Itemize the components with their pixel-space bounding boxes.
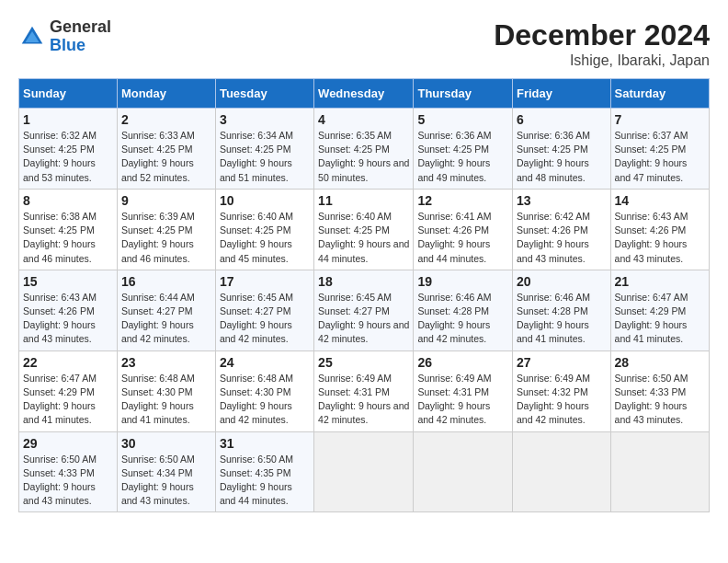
day-info: Sunrise: 6:50 AM Sunset: 4:35 PM Dayligh… bbox=[220, 453, 310, 509]
table-row: 14 Sunrise: 6:43 AM Sunset: 4:26 PM Dayl… bbox=[610, 189, 709, 270]
table-row: 4 Sunrise: 6:35 AM Sunset: 4:25 PM Dayli… bbox=[314, 109, 414, 190]
day-info: Sunrise: 6:50 AM Sunset: 4:33 PM Dayligh… bbox=[615, 372, 705, 428]
day-info: Sunrise: 6:33 AM Sunset: 4:25 PM Dayligh… bbox=[121, 129, 211, 185]
day-number: 16 bbox=[121, 274, 211, 289]
day-info: Sunrise: 6:42 AM Sunset: 4:26 PM Dayligh… bbox=[517, 210, 607, 266]
day-number: 31 bbox=[220, 436, 310, 451]
day-info: Sunrise: 6:50 AM Sunset: 4:34 PM Dayligh… bbox=[121, 453, 211, 509]
day-info: Sunrise: 6:49 AM Sunset: 4:32 PM Dayligh… bbox=[517, 372, 607, 428]
day-number: 14 bbox=[615, 193, 705, 208]
calendar-week-row: 22 Sunrise: 6:47 AM Sunset: 4:29 PM Dayl… bbox=[19, 350, 710, 431]
day-number: 21 bbox=[615, 274, 705, 289]
day-info: Sunrise: 6:36 AM Sunset: 4:25 PM Dayligh… bbox=[517, 129, 607, 185]
page-header: General Blue December 2024 Ishige, Ibara… bbox=[18, 18, 710, 69]
header-wednesday: Wednesday bbox=[314, 79, 414, 109]
table-row: 21 Sunrise: 6:47 AM Sunset: 4:29 PM Dayl… bbox=[610, 270, 709, 350]
table-row: 5 Sunrise: 6:36 AM Sunset: 4:25 PM Dayli… bbox=[414, 109, 513, 190]
day-number: 29 bbox=[23, 436, 113, 451]
table-row: 6 Sunrise: 6:36 AM Sunset: 4:25 PM Dayli… bbox=[513, 109, 611, 190]
calendar-header-row: Sunday Monday Tuesday Wednesday Thursday… bbox=[19, 79, 710, 109]
day-info: Sunrise: 6:34 AM Sunset: 4:25 PM Dayligh… bbox=[220, 129, 310, 185]
table-row: 16 Sunrise: 6:44 AM Sunset: 4:27 PM Dayl… bbox=[117, 270, 215, 350]
table-row: 2 Sunrise: 6:33 AM Sunset: 4:25 PM Dayli… bbox=[117, 109, 215, 190]
day-info: Sunrise: 6:45 AM Sunset: 4:27 PM Dayligh… bbox=[318, 291, 409, 347]
table-row: 10 Sunrise: 6:40 AM Sunset: 4:25 PM Dayl… bbox=[215, 189, 313, 270]
day-number: 24 bbox=[220, 355, 310, 370]
day-number: 3 bbox=[220, 112, 310, 127]
day-number: 19 bbox=[417, 274, 508, 289]
table-row: 17 Sunrise: 6:45 AM Sunset: 4:27 PM Dayl… bbox=[215, 270, 313, 350]
table-row: 27 Sunrise: 6:49 AM Sunset: 4:32 PM Dayl… bbox=[513, 350, 611, 431]
table-row: 20 Sunrise: 6:46 AM Sunset: 4:28 PM Dayl… bbox=[513, 270, 611, 350]
table-row: 22 Sunrise: 6:47 AM Sunset: 4:29 PM Dayl… bbox=[19, 350, 118, 431]
day-number: 9 bbox=[121, 193, 211, 208]
day-number: 26 bbox=[417, 355, 508, 370]
day-info: Sunrise: 6:38 AM Sunset: 4:25 PM Dayligh… bbox=[23, 210, 113, 266]
day-number: 1 bbox=[23, 112, 113, 127]
table-row: 15 Sunrise: 6:43 AM Sunset: 4:26 PM Dayl… bbox=[19, 270, 118, 350]
day-info: Sunrise: 6:49 AM Sunset: 4:31 PM Dayligh… bbox=[318, 372, 409, 428]
day-info: Sunrise: 6:36 AM Sunset: 4:25 PM Dayligh… bbox=[417, 129, 508, 185]
logo-blue: Blue bbox=[50, 37, 111, 55]
day-info: Sunrise: 6:46 AM Sunset: 4:28 PM Dayligh… bbox=[417, 291, 508, 347]
calendar-week-row: 29 Sunrise: 6:50 AM Sunset: 4:33 PM Dayl… bbox=[19, 431, 710, 512]
calendar-week-row: 8 Sunrise: 6:38 AM Sunset: 4:25 PM Dayli… bbox=[19, 189, 710, 270]
calendar-title: December 2024 bbox=[494, 18, 710, 52]
day-number: 18 bbox=[318, 274, 409, 289]
table-row: 26 Sunrise: 6:49 AM Sunset: 4:31 PM Dayl… bbox=[414, 350, 513, 431]
day-number: 25 bbox=[318, 355, 409, 370]
day-number: 15 bbox=[23, 274, 113, 289]
day-number: 7 bbox=[615, 112, 705, 127]
day-info: Sunrise: 6:47 AM Sunset: 4:29 PM Dayligh… bbox=[23, 372, 113, 428]
day-number: 28 bbox=[615, 355, 705, 370]
table-row: 18 Sunrise: 6:45 AM Sunset: 4:27 PM Dayl… bbox=[314, 270, 414, 350]
table-row: 30 Sunrise: 6:50 AM Sunset: 4:34 PM Dayl… bbox=[117, 431, 215, 512]
day-number: 17 bbox=[220, 274, 310, 289]
table-row: 12 Sunrise: 6:41 AM Sunset: 4:26 PM Dayl… bbox=[414, 189, 513, 270]
empty-cell bbox=[610, 431, 709, 512]
title-block: December 2024 Ishige, Ibaraki, Japan bbox=[494, 18, 710, 69]
day-number: 23 bbox=[121, 355, 211, 370]
day-info: Sunrise: 6:43 AM Sunset: 4:26 PM Dayligh… bbox=[23, 291, 113, 347]
table-row: 28 Sunrise: 6:50 AM Sunset: 4:33 PM Dayl… bbox=[610, 350, 709, 431]
logo-general: General bbox=[50, 18, 111, 37]
day-number: 5 bbox=[417, 112, 508, 127]
table-row: 3 Sunrise: 6:34 AM Sunset: 4:25 PM Dayli… bbox=[215, 109, 313, 190]
calendar-subtitle: Ishige, Ibaraki, Japan bbox=[494, 52, 710, 69]
day-number: 4 bbox=[318, 112, 409, 127]
day-number: 2 bbox=[121, 112, 211, 127]
day-info: Sunrise: 6:35 AM Sunset: 4:25 PM Dayligh… bbox=[318, 129, 409, 185]
logo: General Blue bbox=[18, 18, 111, 55]
day-number: 22 bbox=[23, 355, 113, 370]
day-info: Sunrise: 6:44 AM Sunset: 4:27 PM Dayligh… bbox=[121, 291, 211, 347]
table-row: 8 Sunrise: 6:38 AM Sunset: 4:25 PM Dayli… bbox=[19, 189, 118, 270]
day-info: Sunrise: 6:37 AM Sunset: 4:25 PM Dayligh… bbox=[615, 129, 705, 185]
day-info: Sunrise: 6:50 AM Sunset: 4:33 PM Dayligh… bbox=[23, 453, 113, 509]
logo-icon bbox=[18, 23, 46, 51]
day-info: Sunrise: 6:40 AM Sunset: 4:25 PM Dayligh… bbox=[318, 210, 409, 266]
table-row: 24 Sunrise: 6:48 AM Sunset: 4:30 PM Dayl… bbox=[215, 350, 313, 431]
day-info: Sunrise: 6:32 AM Sunset: 4:25 PM Dayligh… bbox=[23, 129, 113, 185]
calendar-table: Sunday Monday Tuesday Wednesday Thursday… bbox=[18, 78, 710, 512]
calendar-week-row: 15 Sunrise: 6:43 AM Sunset: 4:26 PM Dayl… bbox=[19, 270, 710, 350]
table-row: 1 Sunrise: 6:32 AM Sunset: 4:25 PM Dayli… bbox=[19, 109, 118, 190]
empty-cell bbox=[314, 431, 414, 512]
header-saturday: Saturday bbox=[610, 79, 709, 109]
day-number: 10 bbox=[220, 193, 310, 208]
day-info: Sunrise: 6:41 AM Sunset: 4:26 PM Dayligh… bbox=[417, 210, 508, 266]
day-info: Sunrise: 6:39 AM Sunset: 4:25 PM Dayligh… bbox=[121, 210, 211, 266]
empty-cell bbox=[414, 431, 513, 512]
header-monday: Monday bbox=[117, 79, 215, 109]
table-row: 23 Sunrise: 6:48 AM Sunset: 4:30 PM Dayl… bbox=[117, 350, 215, 431]
day-number: 20 bbox=[517, 274, 607, 289]
header-thursday: Thursday bbox=[414, 79, 513, 109]
empty-cell bbox=[513, 431, 611, 512]
day-number: 6 bbox=[517, 112, 607, 127]
day-info: Sunrise: 6:48 AM Sunset: 4:30 PM Dayligh… bbox=[220, 372, 310, 428]
calendar-week-row: 1 Sunrise: 6:32 AM Sunset: 4:25 PM Dayli… bbox=[19, 109, 710, 190]
day-number: 30 bbox=[121, 436, 211, 451]
table-row: 11 Sunrise: 6:40 AM Sunset: 4:25 PM Dayl… bbox=[314, 189, 414, 270]
logo-text: General Blue bbox=[50, 18, 111, 55]
table-row: 7 Sunrise: 6:37 AM Sunset: 4:25 PM Dayli… bbox=[610, 109, 709, 190]
header-tuesday: Tuesday bbox=[215, 79, 313, 109]
